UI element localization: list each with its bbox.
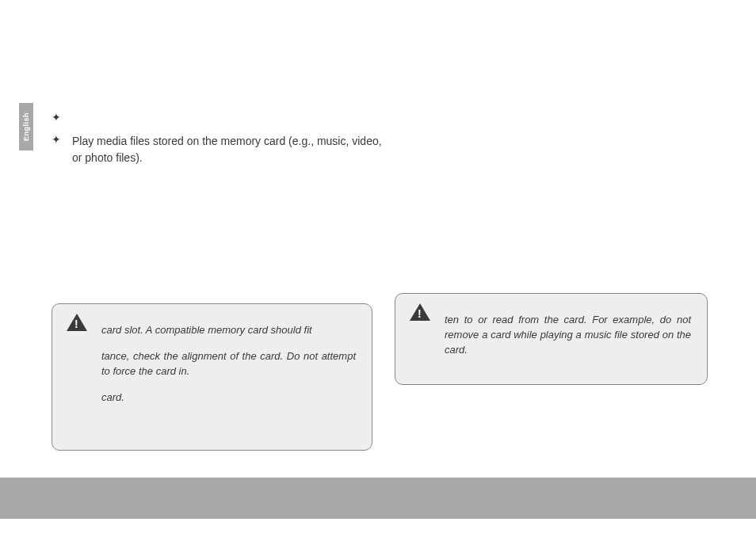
warning-triangle-icon: [67, 314, 87, 331]
warning-triangle-icon: [410, 303, 430, 321]
warning-text: card slot. A compatible memory card shou…: [101, 323, 356, 338]
bullet-item: ✦: [52, 111, 384, 124]
bullet-text: Play media files stored on the memory ca…: [72, 133, 384, 166]
bullet-item: ✦ Play media files stored on the memory …: [52, 133, 384, 166]
warning-text: card.: [101, 390, 356, 405]
warning-content: card slot. A compatible memory card shou…: [101, 323, 356, 405]
warning-box-right: ten to or read from the card. For exampl…: [395, 293, 708, 385]
footer-bar: [0, 478, 756, 519]
bullet-icon: ✦: [52, 133, 61, 146]
warning-content: ten to or read from the card. For exampl…: [445, 313, 691, 358]
warning-text: ten to or read from the card. For exampl…: [445, 313, 691, 358]
language-label: English: [22, 112, 30, 141]
warning-box-left: card slot. A compatible memory card shou…: [52, 303, 372, 451]
warning-text: tance, check the alignment of the card. …: [101, 349, 356, 379]
bullet-icon: ✦: [52, 111, 61, 124]
language-tab: English: [19, 103, 33, 150]
main-content: ✦ ✦ Play media files stored on the memor…: [52, 111, 384, 176]
